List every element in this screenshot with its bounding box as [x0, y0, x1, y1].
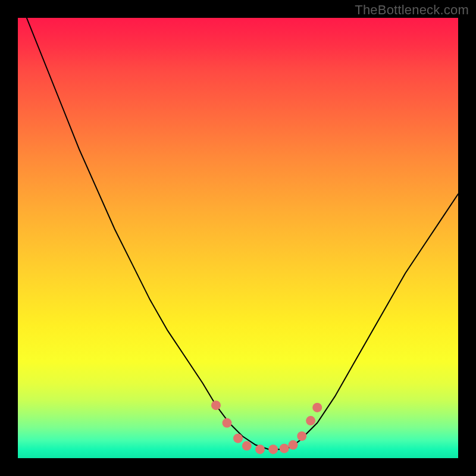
- marker-point: [312, 403, 322, 412]
- marker-point: [306, 416, 315, 425]
- marker-point: [268, 444, 278, 454]
- marker-point: [280, 444, 289, 453]
- plot-area: [18, 18, 458, 458]
- marker-point: [297, 431, 306, 441]
- chart-svg: [18, 18, 458, 458]
- marker-point: [223, 418, 232, 428]
- marker-point: [242, 441, 252, 450]
- marker-point: [211, 400, 221, 410]
- marker-point: [255, 444, 265, 454]
- marker-point: [233, 434, 243, 443]
- bottleneck-curve: [27, 18, 458, 449]
- watermark-text: TheBottleneck.com: [355, 2, 469, 18]
- marker-point: [289, 440, 298, 450]
- chart-frame: TheBottleneck.com: [0, 0, 476, 476]
- curve-markers: [211, 400, 322, 454]
